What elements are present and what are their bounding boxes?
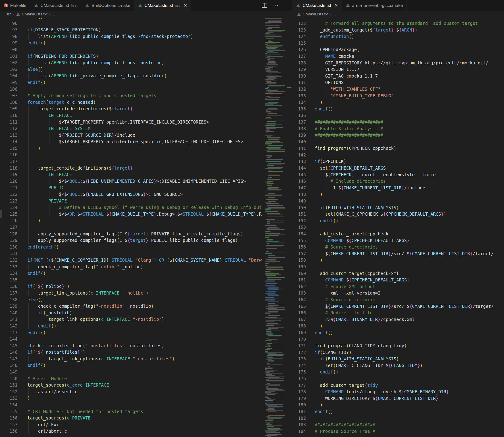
code-line-142[interactable]: 142 (292, 152, 504, 158)
code-line-101[interactable]: 101if(NOSTDINC_FOR_DEPENDENTS) (0, 53, 264, 60)
code-line-174[interactable]: 174 set(CMAKE_C_CLANG_TIDY ${CLANG_TIDY}… (292, 362, 504, 369)
code-line-104[interactable]: 104 list(APPEND libc_private_compile_fla… (0, 72, 264, 79)
code-line-161[interactable]: 161 COMMAND ${CPPCHECK_DEFAULT_ARGS} (292, 277, 504, 283)
split-editor-icon[interactable] (262, 3, 267, 8)
code-line-166[interactable]: 166 # Redirect to file (292, 309, 504, 316)
code-line-122[interactable]: 122 $<$<BOOL:${ENABLE_GNU_EXTENSIONS}>:_… (0, 191, 264, 198)
code-line-141[interactable]: 141 target_link_options(c INTERFACE "-no… (0, 316, 264, 323)
code-line-106[interactable]: 106 (0, 86, 264, 92)
code-line-150[interactable]: 150# Assert Module (0, 375, 264, 382)
code-line-134[interactable]: 134 ) (292, 99, 504, 106)
code-line-154[interactable]: 154 (0, 402, 264, 408)
code-line-140[interactable]: 140 if(_nostdlib) (0, 309, 264, 316)
code-line-110[interactable]: 110 INTERFACE (0, 112, 264, 119)
breadcrumb-right[interactable]: CMakeLists.txt›... (292, 11, 504, 18)
code-line-127[interactable]: 127 (0, 224, 264, 231)
code-line-126[interactable]: 126 ) (0, 217, 264, 224)
code-line-151[interactable]: 151 set(CMAKE_C_CPPCHECK ${CPPCHECK_DEFA… (292, 211, 504, 218)
code-line-97[interactable]: 97if(DISABLE_STACK_PROTECTION) (0, 27, 264, 33)
code-line-115[interactable]: 115 ) (0, 145, 264, 152)
close-icon[interactable]: ✕ (184, 3, 187, 8)
code-line-171[interactable]: 171find_program(CLANG_TIDY clang-tidy) (292, 342, 504, 349)
code-line-109[interactable]: 109 target_include_directories(${target} (0, 105, 264, 112)
code-line-152[interactable]: 152 endif() (292, 218, 504, 224)
code-line-112[interactable]: 112 INTERFACE SYSTEM (0, 125, 264, 132)
code-line-146[interactable]: 146 # Include directories (292, 178, 504, 185)
code-line-143[interactable]: 143if(CPPCHECK) (292, 158, 504, 165)
code-line-96[interactable]: 96 (0, 20, 264, 27)
close-icon[interactable]: ✕ (334, 3, 338, 8)
code-line-133[interactable]: 133 check_c_compiler_flag("-nolibc" _nol… (0, 263, 264, 270)
code-line-144[interactable]: 144 set(CPPCHECK_DEFAULT_ARGS (292, 165, 504, 171)
code-line-180[interactable]: 180 ) (292, 402, 504, 408)
editor-pane-left[interactable]: 95 ()9697if(DISABLE_STACK_PROTECTION)98 … (0, 18, 292, 437)
tab-cmakelists-txt-src[interactable]: CMakeLists.txtsrc✕ (134, 0, 191, 11)
code-line-124[interactable]: 124 endfunction() (292, 33, 504, 40)
code-line-172[interactable]: 172if(CLANG_TIDY) (292, 349, 504, 356)
tab-arm-none-eabi-gcc-cmake[interactable]: arm-none-eabi-gcc.cmake (342, 0, 407, 11)
code-line-120[interactable]: 120 $<$<BOOL:${HIDE_UNIMPLEMENTED_C_APIS… (0, 178, 264, 185)
code-line-135[interactable]: 135 (0, 277, 264, 283)
code-line-138[interactable]: 138else() (0, 296, 264, 303)
code-line-138[interactable]: 138# Enable Static Analysis # (292, 125, 504, 132)
code-line-113[interactable]: 113 ${PROJECT_SOURCE_DIR}/include (0, 132, 264, 139)
code-line-117[interactable]: 117 (0, 158, 264, 165)
code-line-169[interactable]: 169endif() (292, 329, 504, 336)
code-line-145[interactable]: 145 ${CPPCHECK} --quiet --enable=style -… (292, 171, 504, 178)
code-line-157[interactable]: 157 ${CMAKE_CURRENT_LIST_DIR}/src/ ${CMA… (292, 250, 504, 257)
code-line-155[interactable]: 155# CRT Module - Not needed for hosted … (0, 408, 264, 415)
code-line-156[interactable]: 156target_sources(c PRIVATE (0, 415, 264, 421)
breadcrumb-item--[interactable]: ... (52, 12, 55, 17)
code-line-151[interactable]: 151target_sources(c_core INTERFACE (0, 382, 264, 388)
code-line-102[interactable]: 102 list(APPEND libc_public_compile_flag… (0, 59, 264, 66)
tab-makefile[interactable]: Makefile (0, 0, 30, 11)
code-line-114[interactable]: 114 $<TARGET_PROPERTY:architecture_speci… (0, 138, 264, 145)
code-line-167[interactable]: 167 2>${CMAKE_BINARY_DIR}/cppcheck.xml (292, 316, 504, 323)
code-line-157[interactable]: 157 crt/_Exit.c (0, 421, 264, 428)
code-line-99[interactable]: 99endif() (0, 40, 264, 46)
tab-cmakelists-txt[interactable]: CMakeLists.txt✕ (292, 0, 342, 11)
code-line-98[interactable]: 98 list(APPEND libc_public_compile_flags… (0, 33, 264, 40)
code-line-143[interactable]: 143endif() (0, 329, 264, 336)
code-line-162[interactable]: 162 # enable XML output (292, 283, 504, 290)
code-line-178[interactable]: 178 COMMAND tools/clang-tidy.sh ${CMAKE_… (292, 388, 504, 395)
code-line-150[interactable]: 150 if(BUILD_WITH_STATIC_ANALYSIS) (292, 204, 504, 211)
code-line-183[interactable]: 183####################### (292, 421, 504, 428)
code-line-149[interactable]: 149 (292, 198, 504, 204)
code-line-159[interactable]: 159 (292, 263, 504, 270)
code-line-176[interactable]: 176 (292, 375, 504, 382)
code-line-170[interactable]: 170 (292, 336, 504, 343)
code-line-140[interactable]: 140 (292, 139, 504, 145)
code-line-160[interactable]: 160 add_custom_target(cppcheck-xml (292, 270, 504, 277)
code-line-152[interactable]: 152 assert/assert.c (0, 388, 264, 395)
code-line-158[interactable]: 158 ) (292, 257, 504, 263)
code-line-131[interactable]: 131 OPTIONS (292, 79, 504, 86)
code-line-128[interactable]: 128 GIT_REPOSITORY https://git.cryptomil… (292, 60, 504, 66)
code-line-100[interactable]: 100 (0, 46, 264, 53)
code-line-127[interactable]: 127 NAME cmocka (292, 53, 504, 60)
breadcrumb-item-src[interactable]: src (6, 12, 11, 17)
code-line-153[interactable]: 153 (292, 224, 504, 231)
breadcrumb-item-cmakelists-txt[interactable]: CMakeLists.txt (297, 12, 328, 17)
code-line-121[interactable]: 121 PUBLIC (0, 184, 264, 191)
code-line-107[interactable]: 107# Apply common settings to C and C_ho… (0, 92, 264, 99)
code-line-123[interactable]: 123 PRIVATE (0, 198, 264, 204)
minimap[interactable] (264, 18, 287, 437)
code-line-105[interactable]: 105endif() (0, 79, 264, 86)
code-line-145[interactable]: 145check_c_compiler_flag("-nostartfiles"… (0, 342, 264, 349)
code-line-137[interactable]: 137########################## (292, 119, 504, 125)
code-line-181[interactable]: 181endif() (292, 408, 504, 415)
breadcrumb-left[interactable]: src›CMakeLists.txt›... (0, 11, 298, 18)
code-line-154[interactable]: 154 add_custom_target(cppcheck (292, 231, 504, 237)
code-line-144[interactable]: 144 (0, 336, 264, 342)
code-line-130[interactable]: 130endforeach() (0, 244, 264, 250)
code-line-147[interactable]: 147 -I ${CMAKE_CURRENT_LIST_DIR}/include (292, 185, 504, 191)
code-line-132[interactable]: 132 "WITH_EXAMPLES OFF" (292, 86, 504, 92)
code-line-131[interactable]: 131 (0, 250, 264, 257)
code-line-168[interactable]: 168 ) (292, 323, 504, 329)
code-line-139[interactable]: 139########################## (292, 132, 504, 139)
breadcrumb-item-cmakelists-txt[interactable]: CMakeLists.txt (16, 12, 47, 17)
code-line-128[interactable]: 128 apply_supported_compiler_flags(C ${t… (0, 231, 264, 237)
code-line-155[interactable]: 155 COMMAND ${CPPCHECK_DEFAULT_ARGS} (292, 237, 504, 244)
code-line-135[interactable]: 135endif() (292, 106, 504, 112)
